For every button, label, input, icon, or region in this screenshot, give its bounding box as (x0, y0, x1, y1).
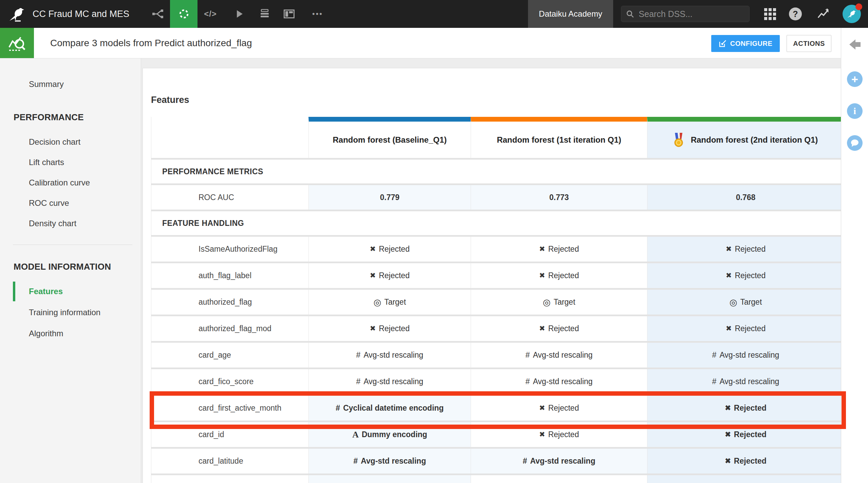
model-name: Random forest (2nd iteration Q1) (691, 135, 818, 145)
more-icon[interactable]: ••• (308, 0, 327, 28)
actions-button[interactable]: ACTIONS (787, 35, 831, 52)
collapse-arrow-icon[interactable] (847, 37, 863, 54)
feature-handling-cell: #Avg-std rescaling (647, 343, 844, 368)
cell-text: Rejected (379, 245, 410, 254)
feature-name: ROC AUC (151, 185, 308, 210)
comment-icon[interactable] (847, 135, 863, 151)
page-title: Compare 3 models from Predict authorized… (50, 28, 252, 58)
numeric-feature-icon: # (712, 377, 717, 386)
cell-text: Target (384, 298, 406, 307)
project-title[interactable]: CC Fraud MC and MES (33, 0, 129, 28)
rejected-icon: ✖ (725, 404, 731, 412)
table-row: card_first_active_month#Cyclical datetim… (151, 396, 844, 421)
table-row: card_latitude#Avg-std rescaling#Avg-std … (151, 449, 844, 473)
sidebar-item-features[interactable]: Features (29, 286, 63, 297)
sidebar-item-roc-curve[interactable]: ROC curve (29, 198, 69, 208)
cell-text: Rejected (548, 271, 579, 280)
feature-handling-cell: 0.773 (471, 185, 647, 210)
sidebar-section-performance: PERFORMANCE (14, 112, 84, 122)
dataiku-logo[interactable] (7, 0, 26, 28)
sidebar-item-lift-charts[interactable]: Lift charts (29, 157, 64, 167)
cell-text: Rejected (735, 271, 766, 280)
feature-name: card_fico_score (151, 369, 308, 394)
feature-handling-cell: #Avg-std rescaling (308, 369, 471, 394)
rejected-icon: ✖ (539, 271, 545, 280)
dashboard-icon[interactable] (280, 0, 299, 28)
sidebar-item-density-chart[interactable]: Density chart (29, 218, 76, 229)
rejected-icon: ✖ (726, 271, 732, 280)
add-icon[interactable]: + (847, 71, 863, 87)
table-row: authorized_flag_mod✖Rejected✖Rejected✖Re… (151, 316, 844, 341)
notification-dot (855, 3, 862, 10)
apps-grid-icon[interactable] (760, 0, 779, 28)
feature-handling-cell (471, 475, 647, 483)
active-item-indicator (13, 282, 15, 301)
cell-text: Rejected (548, 324, 579, 333)
model-header-1[interactable]: Random forest (Baseline_Q1) (308, 117, 471, 158)
gold-medal-icon (674, 133, 684, 147)
cell-text: Avg-std rescaling (361, 457, 426, 466)
search-box[interactable] (621, 6, 750, 22)
rejected-icon: ✖ (539, 245, 545, 253)
feature-handling-cell: ✖Rejected (308, 316, 471, 341)
cell-text: 0.768 (736, 193, 756, 202)
configure-button[interactable]: CONFIGURE (711, 35, 780, 52)
rejected-icon: ✖ (370, 245, 376, 253)
code-icon[interactable]: </> (201, 0, 220, 28)
model-name: Random forest (1st iteration Q1) (497, 135, 621, 145)
model-header-2[interactable]: Random forest (1st iteration Q1) (471, 117, 647, 158)
flow-icon[interactable] (148, 0, 167, 28)
sidebar-item-calibration-curve[interactable]: Calibration curve (29, 178, 90, 188)
cell-text: Cyclical datetime encoding (343, 404, 444, 413)
search-input[interactable] (638, 9, 744, 19)
feature-name (151, 475, 308, 483)
feature-name: authorized_flag_mod (151, 316, 308, 341)
model-comparison-icon (0, 28, 34, 58)
cell-text: Rejected (735, 245, 766, 254)
cell-text: Rejected (548, 430, 579, 439)
feature-handling-cell: ◎Target (647, 290, 844, 315)
numeric-feature-icon: # (336, 404, 340, 413)
table-row: auth_flag_label✖Rejected✖Rejected✖Reject… (151, 263, 844, 288)
feature-handling-cell: #Avg-std rescaling (647, 369, 844, 394)
sidebar-item-algorithm[interactable]: Algorithm (29, 328, 63, 339)
rejected-icon: ✖ (726, 324, 732, 333)
feature-handling-cell: ✖Rejected (647, 396, 844, 421)
cell-text: Rejected (734, 430, 767, 439)
sidebar-item-summary[interactable]: Summary (29, 79, 64, 89)
feature-handling-cell: ✖Rejected (647, 316, 844, 341)
feature-name: card_latitude (151, 449, 308, 473)
rejected-icon: ✖ (539, 430, 545, 439)
cell-text: Rejected (734, 404, 767, 413)
numeric-feature-icon: # (354, 457, 358, 466)
sidebar-item-training-information[interactable]: Training information (29, 307, 100, 318)
tab-dataiku-academy[interactable]: Dataiku Academy (528, 0, 613, 28)
feature-handling-cell: #Avg-std rescaling (471, 449, 647, 473)
user-avatar[interactable] (843, 5, 861, 23)
cell-text: Avg-std rescaling (719, 377, 779, 386)
edit-icon (719, 39, 727, 48)
play-icon[interactable] (230, 0, 249, 28)
table-row: authorized_flag◎Target◎Target◎Target (151, 290, 844, 315)
target-icon: ◎ (730, 298, 737, 307)
cell-text: Avg-std rescaling (533, 377, 592, 386)
info-icon[interactable]: i (847, 103, 863, 119)
cell-text: Avg-std rescaling (533, 351, 592, 360)
cell-text: Target (553, 298, 575, 307)
right-rail: + i (841, 28, 868, 483)
rejected-icon: ✖ (726, 245, 732, 253)
feature-name: card_id (151, 422, 308, 447)
sidebar-section-model-information: MODEL INFORMATION (14, 262, 111, 272)
jobs-icon[interactable] (255, 0, 274, 28)
cell-text: Rejected (379, 271, 410, 280)
visual-analysis-icon[interactable] (170, 0, 197, 28)
model-name: Random forest (Baseline_Q1) (333, 135, 447, 145)
model-header-3[interactable]: Random forest (2nd iteration Q1) (647, 117, 844, 158)
feature-handling-cell: ✖Rejected (471, 396, 647, 421)
rejected-icon: ✖ (370, 324, 376, 333)
cell-text: Rejected (548, 245, 579, 254)
feature-handling-cell: ◎Target (471, 290, 647, 315)
trend-icon[interactable] (814, 0, 833, 28)
sidebar-item-decision-chart[interactable]: Decision chart (29, 137, 80, 147)
help-icon[interactable]: ? (786, 0, 805, 28)
